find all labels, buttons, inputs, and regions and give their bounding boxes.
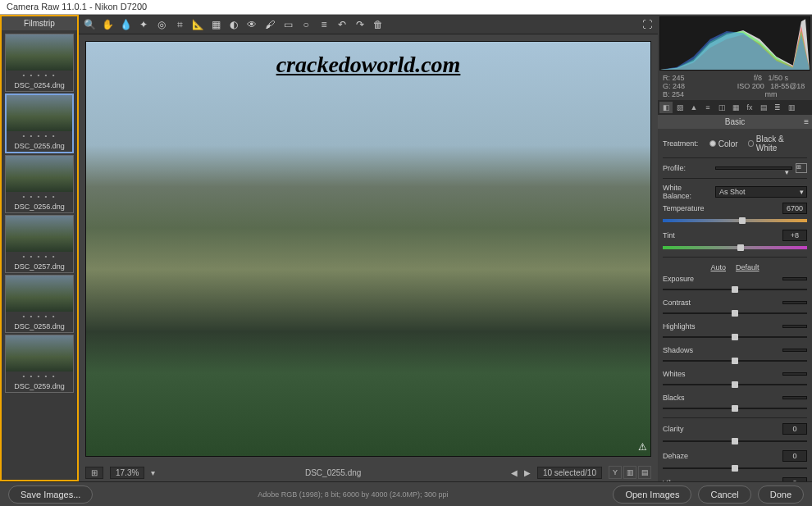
- compare-split-icon[interactable]: ▥: [623, 466, 636, 479]
- toolbar: 🔍 ✋ 💧 ✦ ◎ ⌗ 📐 ▦ ◐ 👁 🖌 ▭ ○ ≡ ↶ ↷ 🗑 ⛶: [79, 15, 658, 34]
- profile-label: Profile:: [663, 164, 712, 172]
- white-balance-tool-icon[interactable]: 💧: [118, 17, 133, 32]
- iso-lens-label: ISO 200 18-55@18 mm: [735, 82, 807, 98]
- color-sampler-tool-icon[interactable]: ✦: [136, 17, 151, 32]
- contrast-value[interactable]: [782, 301, 807, 304]
- dehaze-value[interactable]: 0: [782, 450, 807, 462]
- prev-image-icon[interactable]: ◀: [511, 468, 518, 477]
- profile-browser-icon[interactable]: ⊞: [796, 163, 807, 173]
- clipping-warning-icon[interactable]: ⚠: [638, 441, 647, 453]
- filmstrip-thumb[interactable]: • • • • •DSC_0258.dng: [5, 275, 74, 333]
- panel-title: Basic ≡: [658, 115, 812, 129]
- status-bar: ⊞ 17.3% ▾ DSC_0255.dng ◀ ▶ 10 selected/1…: [79, 463, 658, 481]
- shadows-slider[interactable]: [663, 357, 807, 365]
- tab-split-icon[interactable]: ◫: [715, 102, 728, 113]
- tint-slider[interactable]: [663, 244, 807, 252]
- default-link[interactable]: Default: [736, 263, 760, 271]
- rgb-g-label: G: 248: [663, 82, 735, 90]
- filmstrip-thumb[interactable]: • • • • •DSC_0257.dng: [5, 215, 74, 273]
- treatment-bw-radio[interactable]: Black & White: [748, 134, 801, 153]
- exposure-label: Exposure: [663, 275, 712, 283]
- rotate-ccw-icon[interactable]: ↶: [335, 17, 349, 32]
- zoom-dropdown-icon[interactable]: ▾: [151, 468, 155, 477]
- temp-value[interactable]: 6700: [782, 203, 807, 214]
- dehaze-slider[interactable]: [663, 464, 807, 472]
- transform-tool-icon[interactable]: ▦: [208, 17, 223, 32]
- blacks-value[interactable]: [782, 396, 807, 399]
- treatment-label: Treatment:: [663, 139, 706, 148]
- temp-slider[interactable]: [663, 217, 807, 225]
- adjustment-brush-icon[interactable]: 🖌: [262, 17, 277, 32]
- zoom-tool-icon[interactable]: 🔍: [82, 17, 97, 32]
- tab-calib-icon[interactable]: ▤: [757, 102, 770, 113]
- filmstrip-thumb[interactable]: • • • • •DSC_0256.dng: [5, 155, 74, 213]
- footer-info[interactable]: Adobe RGB (1998); 8 bit; 6000 by 4000 (2…: [99, 490, 606, 499]
- profile-select[interactable]: [715, 166, 792, 170]
- rotate-cw-icon[interactable]: ↷: [353, 17, 367, 32]
- delete-icon[interactable]: 🗑: [371, 17, 385, 32]
- next-image-icon[interactable]: ▶: [524, 468, 531, 477]
- exposure-value[interactable]: [782, 277, 807, 280]
- straighten-tool-icon[interactable]: 📐: [190, 17, 205, 32]
- filmstrip-thumb[interactable]: • • • • •DSC_0259.dng: [5, 335, 74, 393]
- filmstrip-header: Filmstrip: [2, 16, 77, 30]
- blacks-label: Blacks: [663, 394, 712, 402]
- treatment-color-radio[interactable]: Color: [709, 139, 738, 148]
- window-title: Camera Raw 11.0.1 - Nikon D7200: [7, 2, 147, 11]
- spot-removal-tool-icon[interactable]: ◐: [226, 17, 241, 32]
- graduated-filter-icon[interactable]: ▭: [281, 17, 295, 32]
- contrast-slider[interactable]: [663, 309, 807, 317]
- tab-basic-icon[interactable]: ◧: [659, 102, 673, 113]
- whites-label: Whites: [663, 370, 712, 378]
- fullscreen-icon[interactable]: ⛶: [640, 17, 655, 32]
- open-images-button[interactable]: Open Images: [613, 485, 691, 504]
- panel-menu-icon[interactable]: ≡: [804, 117, 809, 126]
- redeye-tool-icon[interactable]: 👁: [244, 17, 259, 32]
- highlights-label: Highlights: [663, 322, 712, 330]
- compare-side-icon[interactable]: ▤: [638, 466, 651, 479]
- highlights-value[interactable]: [782, 325, 807, 328]
- window-titlebar: Camera Raw 11.0.1 - Nikon D7200: [0, 0, 812, 15]
- tab-presets-icon[interactable]: ≣: [771, 102, 784, 113]
- zoom-level[interactable]: 17.3%: [110, 467, 144, 479]
- thumb-filename: DSC_0255.dng: [7, 140, 72, 152]
- tint-value[interactable]: +8: [782, 230, 807, 241]
- cancel-button[interactable]: Cancel: [698, 485, 750, 504]
- tab-curve-icon[interactable]: ▨: [673, 102, 687, 113]
- target-adjust-tool-icon[interactable]: ◎: [154, 17, 169, 32]
- wb-label: White Balance:: [663, 184, 712, 200]
- crop-tool-icon[interactable]: ⌗: [172, 17, 187, 32]
- tab-hsl-icon[interactable]: ≡: [701, 102, 714, 113]
- rgb-b-label: B: 254: [663, 90, 735, 98]
- tab-detail-icon[interactable]: ▲: [687, 102, 700, 113]
- tab-lens-icon[interactable]: ▦: [729, 102, 742, 113]
- tab-fx-icon[interactable]: fx: [743, 102, 756, 113]
- whites-slider[interactable]: [663, 381, 807, 389]
- blacks-slider[interactable]: [663, 404, 807, 413]
- highlights-slider[interactable]: [663, 333, 807, 341]
- aperture-shutter-label: f/8 1/50 s: [735, 74, 807, 82]
- auto-link[interactable]: Auto: [710, 263, 726, 271]
- filmstrip-thumb[interactable]: • • • • •DSC_0255.dng: [5, 93, 74, 153]
- exposure-slider[interactable]: [663, 285, 807, 294]
- preferences-icon[interactable]: ≡: [317, 17, 331, 32]
- histogram[interactable]: [659, 16, 810, 71]
- image-preview[interactable]: crackedoworld.com ⚠: [85, 41, 651, 457]
- clarity-slider[interactable]: [663, 437, 807, 445]
- shadows-value[interactable]: [782, 349, 807, 352]
- compare-y-icon[interactable]: Y: [609, 466, 622, 479]
- filmstrip-thumb[interactable]: • • • • •DSC_0254.dng: [5, 34, 74, 92]
- filmstrip-panel: Filmstrip • • • • •DSC_0254.dng• • • • •…: [0, 15, 79, 481]
- hand-tool-icon[interactable]: ✋: [100, 17, 115, 32]
- radial-filter-icon[interactable]: ○: [299, 17, 313, 32]
- save-images-button[interactable]: Save Images...: [8, 485, 93, 504]
- view-mode-icon[interactable]: ⊞: [85, 467, 103, 479]
- watermark-text: crackedoworld.com: [276, 52, 461, 78]
- tab-snapshots-icon[interactable]: ▥: [785, 102, 798, 113]
- rgb-r-label: R: 245: [663, 74, 735, 82]
- shadows-label: Shadows: [663, 346, 712, 354]
- whites-value[interactable]: [782, 372, 807, 376]
- done-button[interactable]: Done: [758, 485, 804, 504]
- clarity-value[interactable]: 0: [782, 423, 807, 435]
- wb-select[interactable]: As Shot: [715, 186, 807, 198]
